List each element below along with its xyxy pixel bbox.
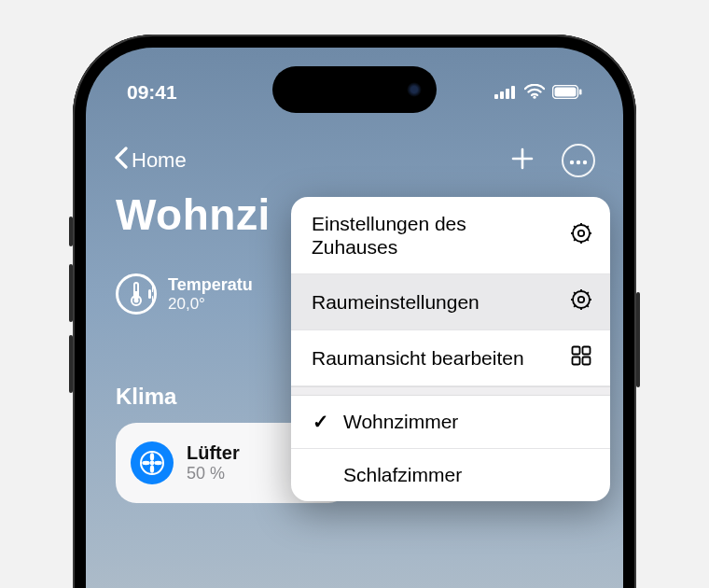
volume-down-button <box>69 335 73 393</box>
svg-point-22 <box>578 230 584 235</box>
svg-rect-41 <box>573 347 580 355</box>
page-title: Wohnzi <box>116 189 271 240</box>
plus-icon <box>510 147 535 175</box>
svg-point-9 <box>577 161 580 164</box>
volume-up-button <box>69 264 73 322</box>
temperature-pill[interactable]: Temperatu 20,0° <box>116 273 253 315</box>
svg-point-10 <box>583 161 587 164</box>
fan-tile-name: Lüfter <box>187 442 240 464</box>
room-option-label: Wohnzimmer <box>343 411 458 433</box>
svg-point-19 <box>142 461 149 465</box>
context-menu: Einstellungen des Zuhauses Raumeinstellu… <box>291 197 610 501</box>
battery-icon <box>552 81 582 104</box>
svg-rect-0 <box>494 94 498 99</box>
wifi-icon <box>524 81 545 104</box>
status-time: 09:41 <box>127 81 177 104</box>
add-button[interactable] <box>506 144 539 177</box>
status-bar: 09:41 <box>86 74 623 111</box>
menu-item-label: Einstellungen des Zuhauses <box>312 212 545 259</box>
power-button <box>636 292 640 387</box>
menu-separator <box>291 386 610 396</box>
fan-tile-status: 50 % <box>187 464 240 483</box>
svg-point-16 <box>150 461 155 466</box>
svg-rect-6 <box>555 88 577 97</box>
svg-point-32 <box>578 297 584 302</box>
back-button[interactable]: Home <box>114 147 187 175</box>
phone-frame: 09:41 Home <box>73 35 636 588</box>
svg-rect-42 <box>583 347 591 355</box>
screen: 09:41 Home <box>86 48 623 588</box>
cellular-icon <box>494 81 517 104</box>
more-button[interactable] <box>562 144 595 177</box>
svg-rect-3 <box>511 86 515 99</box>
svg-rect-44 <box>583 357 591 365</box>
svg-point-4 <box>533 96 535 99</box>
grid-icon <box>571 345 591 371</box>
menu-item-label: Raumansicht bearbeiten <box>312 346 524 370</box>
room-option-wohnzimmer[interactable]: ✓ Wohnzimmer <box>291 396 610 449</box>
menu-home-settings[interactable]: Einstellungen des Zuhauses <box>291 197 610 274</box>
room-option-schlafzimmer[interactable]: Schlafzimmer <box>291 449 610 501</box>
svg-point-18 <box>150 465 154 472</box>
temperature-value: 20,0° <box>168 295 253 314</box>
svg-point-17 <box>150 453 154 460</box>
silence-switch <box>69 217 73 246</box>
svg-point-20 <box>154 461 161 465</box>
temperature-label: Temperatu <box>168 275 253 295</box>
svg-point-8 <box>570 161 574 164</box>
svg-rect-2 <box>506 89 509 99</box>
nav-bar: Home <box>86 137 623 184</box>
chevron-left-icon <box>114 147 128 175</box>
svg-rect-14 <box>135 291 137 300</box>
back-label: Home <box>132 148 187 173</box>
svg-rect-1 <box>500 91 504 99</box>
thermometer-icon <box>116 273 157 315</box>
svg-rect-43 <box>573 357 580 365</box>
checkmark-icon: ✓ <box>312 411 330 433</box>
ellipsis-icon <box>569 152 588 169</box>
fan-icon <box>131 441 174 484</box>
section-header-climate: Klima <box>116 384 176 410</box>
menu-item-label: Raumeinstellungen <box>312 290 480 314</box>
gear-icon <box>571 223 591 248</box>
svg-rect-7 <box>579 90 582 95</box>
menu-edit-room-view[interactable]: Raumansicht bearbeiten <box>291 330 610 386</box>
menu-room-settings[interactable]: Raumeinstellungen <box>291 274 610 330</box>
gear-icon <box>571 289 591 315</box>
room-option-label: Schlafzimmer <box>343 464 462 486</box>
